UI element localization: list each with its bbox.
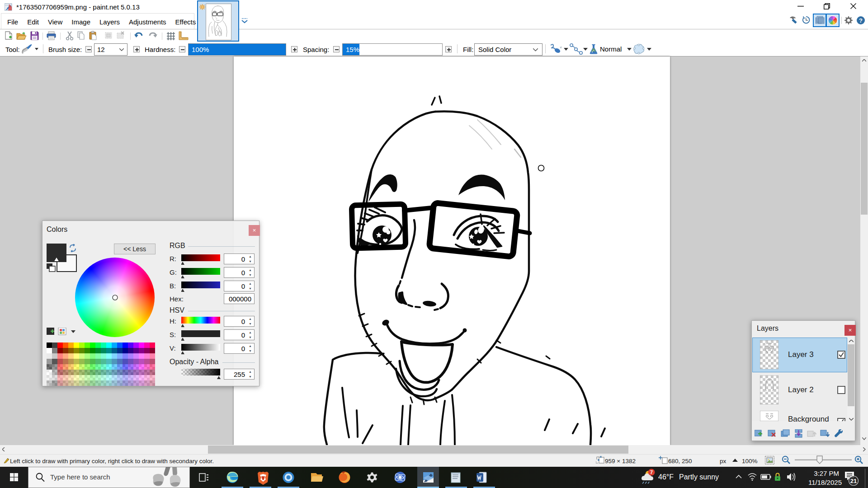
svg-text:Partly sunny: Partly sunny [679, 473, 719, 481]
svg-text:7: 7 [650, 469, 653, 475]
svg-text:3:27 PM: 3:27 PM [814, 469, 839, 477]
svg-text:11/18/2025: 11/18/2025 [808, 479, 842, 486]
svg-text:?: ? [859, 17, 863, 24]
svg-text:21: 21 [850, 478, 857, 484]
svg-text:Normal: Normal [600, 45, 622, 53]
svg-text:46°F: 46°F [658, 473, 674, 481]
